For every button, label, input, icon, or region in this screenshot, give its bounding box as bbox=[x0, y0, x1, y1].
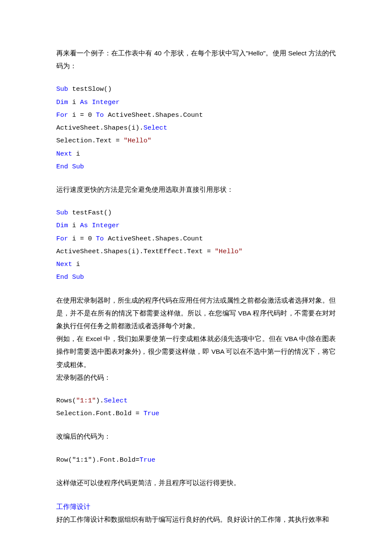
paragraph: 宏录制器的代码： bbox=[56, 371, 336, 384]
paragraph: 这样做还可以使程序代码更简洁，并且程序可以运行得更快。 bbox=[56, 477, 336, 489]
paragraph: 在使用宏录制器时，所生成的程序代码在应用任何方法或属性之前都会激活或者选择对象。… bbox=[56, 294, 336, 333]
paragraph: 改编后的代码为： bbox=[56, 430, 336, 443]
code-line: ActiveSheet.Shapes(i).Select bbox=[56, 121, 336, 134]
code-line: Rows("1:1").Select bbox=[56, 394, 336, 407]
code-line: For i = 0 To ActiveSheet.Shapes.Count bbox=[56, 232, 336, 245]
code-line: Sub testSlow() bbox=[56, 83, 336, 95]
code-line: Selection.Font.Bold = True bbox=[56, 407, 336, 420]
section-heading-workbook-design: 工作簿设计 bbox=[56, 500, 336, 513]
code-line: Next i bbox=[56, 147, 336, 160]
code-block-4: Row("1:1").Font.Bold=True bbox=[56, 454, 336, 466]
document-page: 再来看一个例子：在工作表中有 40 个形状，在每个形状中写入"Hello"。使用… bbox=[0, 0, 392, 555]
paragraph-intro: 再来看一个例子：在工作表中有 40 个形状，在每个形状中写入"Hello"。使用… bbox=[56, 47, 336, 72]
code-line: For i = 0 To ActiveSheet.Shapes.Count bbox=[56, 109, 336, 121]
code-line: Dim i As Integer bbox=[56, 219, 336, 232]
paragraph: 例如，在 Excel 中，我们如果要使第一行变成粗体就必须先选项中它。但在 VB… bbox=[56, 332, 336, 371]
code-block-3: Rows("1:1").SelectSelection.Font.Bold = … bbox=[56, 394, 336, 420]
code-line: End Sub bbox=[56, 271, 336, 283]
code-line: Selection.Text = "Hello" bbox=[56, 134, 336, 147]
paragraph: 运行速度更快的方法是完全避免使用选取并直接引用形状： bbox=[56, 183, 336, 196]
paragraph: 好的工作簿设计和数据组织有助于编写运行良好的代码。良好设计的工作簿，其执行效率和 bbox=[56, 513, 336, 526]
code-line: Dim i As Integer bbox=[56, 96, 336, 109]
code-block-1: Sub testSlow()Dim i As IntegerFor i = 0 … bbox=[56, 83, 336, 173]
code-line: Next i bbox=[56, 258, 336, 271]
code-block-2: Sub testFast()Dim i As IntegerFor i = 0 … bbox=[56, 206, 336, 283]
code-line: Sub testFast() bbox=[56, 206, 336, 219]
code-line: Row("1:1").Font.Bold=True bbox=[56, 454, 336, 466]
code-line: End Sub bbox=[56, 160, 336, 173]
code-line: ActiveSheet.Shapes(i).TextEffect.Text = … bbox=[56, 245, 336, 258]
